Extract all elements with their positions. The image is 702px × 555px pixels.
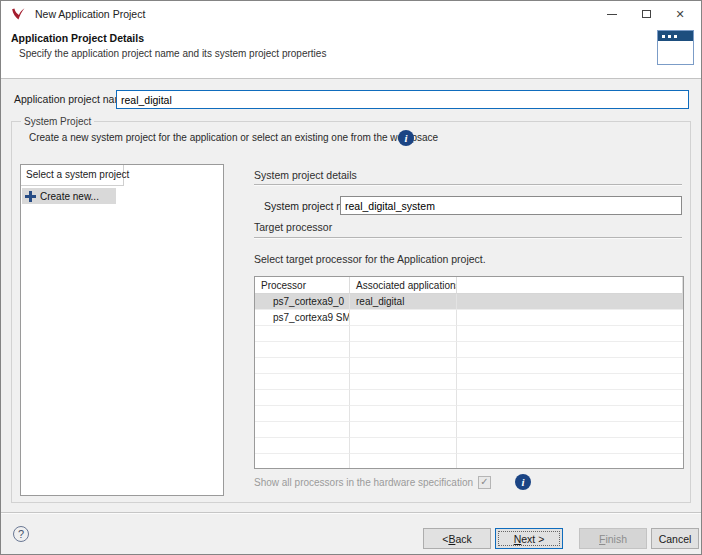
app-project-name-label: Application project name: [14,93,132,105]
info-icon[interactable]: i [515,474,531,490]
wizard-banner: Application Project Details Specify the … [1,27,701,79]
info-icon[interactable]: i [398,130,414,146]
processor-table-body: ps7_cortexa9_0real_digitalps7_cortexa9 S… [255,294,683,469]
column-header-associated-applications[interactable]: Associated applications [350,277,457,294]
target-processor-title: Target processor [254,221,332,233]
application-window-icon [657,30,694,65]
table-row [255,422,683,438]
show-all-processors-row: Show all processors in the hardware spec… [254,474,531,490]
table-row[interactable]: ps7_cortexa9_0real_digital [255,294,683,310]
table-row [255,358,683,374]
table-row [255,454,683,469]
section-divider [254,184,682,186]
system-project-list-header: Select a system project [21,165,124,186]
table-row [255,406,683,422]
table-row[interactable]: ps7_cortexa9 SMP [255,310,683,326]
new-application-project-dialog: New Application Project ✕ Application Pr… [0,0,702,555]
show-all-processors-checkbox[interactable]: ✓ [478,476,491,489]
target-processor-instruction: Select target processor for the Applicat… [254,253,486,265]
cancel-button[interactable]: Cancel [651,528,699,549]
maximize-button[interactable] [629,1,663,27]
minimize-button[interactable] [595,1,629,27]
finish-button[interactable]: Finish [579,528,647,549]
system-project-name-input[interactable] [340,196,682,215]
system-project-group: System Project Create a new system proje… [11,121,691,503]
table-row [255,342,683,358]
footer-divider [1,512,702,514]
list-item-label: Create new... [40,191,99,202]
system-project-description: Create a new system project for the appl… [29,132,438,143]
system-project-list: Select a system project Create new... [20,164,224,496]
maximize-icon [642,10,651,18]
processor-table-header: Processor Associated applications [255,277,683,294]
xilinx-logo-icon [11,7,27,22]
page-title: Application Project Details [11,32,144,44]
show-all-processors-label: Show all processors in the hardware spec… [254,477,473,488]
next-button[interactable]: Next > [495,528,563,549]
table-row [255,374,683,390]
table-row [255,438,683,454]
processor-table: Processor Associated applications ps7_co… [254,276,684,469]
column-header-processor[interactable]: Processor [255,277,350,294]
help-icon[interactable]: ? [13,526,29,542]
table-row [255,390,683,406]
list-item-create-new[interactable]: Create new... [22,188,116,204]
system-project-group-label: System Project [21,116,94,127]
page-subtitle: Specify the application project name and… [19,48,326,59]
check-icon: ✓ [480,477,488,487]
close-icon: ✕ [675,9,684,20]
table-row [255,326,683,342]
plus-icon [25,191,36,202]
app-project-name-input[interactable] [116,90,689,109]
minimize-icon [607,14,617,15]
back-button[interactable]: < Back [423,528,491,549]
section-divider [254,237,682,239]
system-project-details-title: System project details [254,169,357,181]
window-title: New Application Project [35,8,145,20]
close-button[interactable]: ✕ [663,1,697,27]
title-bar: New Application Project ✕ [1,1,701,27]
